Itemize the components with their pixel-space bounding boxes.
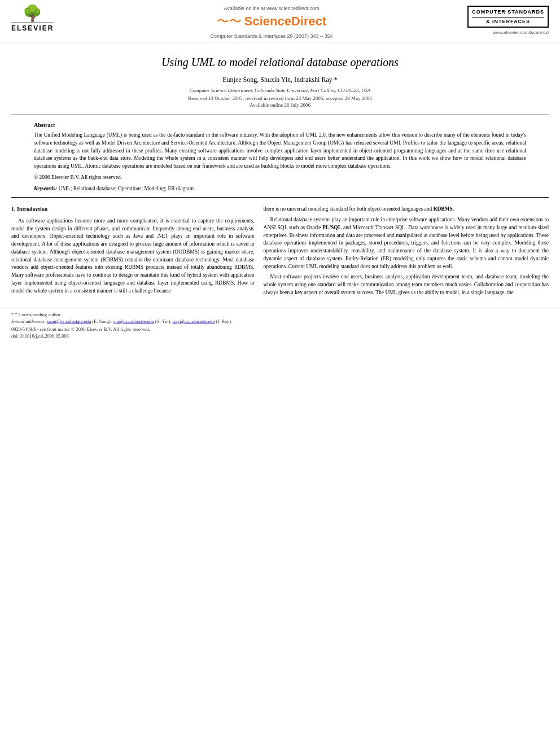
email-song-name: (E. Song),	[92, 318, 112, 324]
journal-box-divider	[472, 17, 544, 18]
intro-right-p2: Relational database systems play an impo…	[264, 216, 549, 270]
elsevier-label: ELSEVIER	[11, 23, 54, 32]
footer-section: * * Corresponding author. E-mail address…	[0, 308, 560, 342]
page-header: 🌳 ELSEVIER Available online at www.scien…	[0, 0, 560, 42]
paper-title: Using UML to model relational database o…	[45, 56, 515, 69]
elsevier-url: www.elsevier.com/locate/csi	[493, 30, 549, 35]
doi-line: doi:10.1016/j.csi.2006.05.006	[11, 333, 549, 339]
affiliation: Computer Science Department, Colorado St…	[45, 88, 515, 93]
sciencedirect-header: Available online at www.sciencedirect.co…	[79, 6, 464, 39]
keywords-values: UML; Relational database; Operations; Mo…	[59, 186, 194, 191]
journal-title-line2: & INTERFACES	[472, 19, 544, 24]
right-column: there is no universal modeling standard …	[264, 206, 549, 299]
email-song-link[interactable]: song@cs.colostate.edu	[47, 318, 91, 324]
title-section: Using UML to model relational database o…	[11, 45, 549, 115]
email-ray-link[interactable]: iray@cs.colostate.edu	[173, 318, 215, 324]
email-ray-name: (I. Ray).	[216, 318, 233, 324]
abstract-section: Abstract The Unified Modeling Language (…	[11, 115, 549, 198]
journal-title-line1: COMPUTER STANDARDS	[472, 9, 544, 16]
intro-right-p1-end: .	[453, 206, 454, 212]
sciencedirect-logo: 〜〜 ScienceDirect	[217, 13, 327, 30]
elsevier-logo: 🌳 ELSEVIER	[11, 6, 54, 32]
corresponding-author-note: * * Corresponding author.	[11, 312, 549, 318]
journal-box: COMPUTER STANDARDS & INTERFACES	[467, 6, 549, 28]
authors: Eunjee Song, Shuxin Yin, Indrakshi Ray *	[45, 76, 515, 84]
rdbms-bold-1: RDBMS	[434, 206, 453, 212]
received-date: Received 13 October 2005; received in re…	[45, 95, 515, 101]
email-yin-link[interactable]: yin@cs.colostate.edu	[113, 318, 154, 324]
intro-paragraph-1: As software applications become more and…	[11, 217, 255, 295]
keywords: Keywords: UML; Relational database; Oper…	[34, 185, 526, 193]
available-date: Available online 20 July 2006	[45, 102, 515, 108]
issn-line: 0920-5489/$ - see front matter © 2006 El…	[11, 326, 549, 332]
intro-right-p1-text: there is no universal modeling standard …	[264, 206, 434, 212]
elsevier-tree-icon: 🌳	[23, 6, 42, 21]
elsevier-logo-container: 🌳 ELSEVIER	[11, 6, 79, 32]
journal-box-container: COMPUTER STANDARDS & INTERFACES www.else…	[464, 6, 549, 35]
body-section: 1. Introduction As software applications…	[0, 198, 560, 305]
keywords-label: Keywords:	[34, 186, 57, 191]
abstract-text: The Unified Modeling Language (UML) is b…	[34, 132, 526, 171]
copyright-text: © 2006 Elsevier B.V. All rights reserved…	[34, 174, 526, 182]
corresponding-author-text: * Corresponding author.	[15, 312, 61, 317]
abstract-heading: Abstract	[34, 122, 526, 128]
footnote: * * Corresponding author. E-mail address…	[11, 312, 549, 325]
left-column: 1. Introduction As software applications…	[11, 206, 255, 299]
sciencedirect-text: ScienceDirect	[244, 14, 327, 29]
email-label: E-mail addresses:	[11, 318, 46, 324]
email-line: E-mail addresses: song@cs.colostate.edu …	[11, 318, 549, 325]
intro-right-p3: Most software projects involve end users…	[264, 273, 549, 296]
section1-heading: 1. Introduction	[11, 206, 255, 214]
available-online-text: Available online at www.sciencedirect.co…	[224, 6, 320, 11]
intro-right-p1: there is no universal modeling standard …	[264, 206, 549, 213]
journal-info: Computer Standards & Interfaces 29 (2007…	[210, 33, 333, 39]
sciencedirect-icon: 〜〜	[217, 13, 242, 30]
email-yin-name: (S. Yin),	[155, 318, 172, 324]
